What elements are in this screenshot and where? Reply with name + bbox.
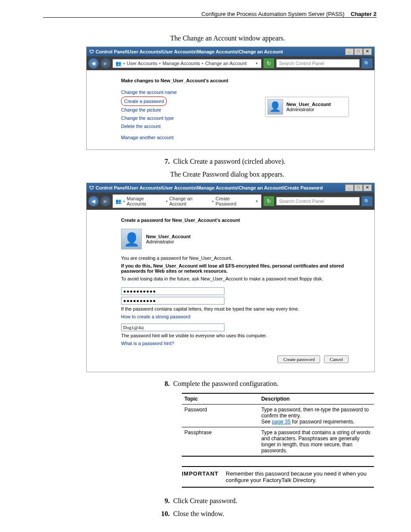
maximize-button[interactable]: □	[354, 48, 363, 55]
bc-item[interactable]: Change an Account	[169, 196, 210, 206]
close-button[interactable]: ✕	[363, 184, 372, 191]
user-name: New_User_Account	[286, 102, 331, 107]
delete-account-link[interactable]: Delete the account	[121, 122, 364, 131]
create-password-button[interactable]: Create password	[277, 355, 320, 363]
important-text: Remember this password because you need …	[226, 470, 374, 483]
cancel-button[interactable]: Cancel	[324, 355, 349, 363]
user-tile-2: 👤 New_User_Account Administrator	[121, 229, 349, 249]
password-hint-link[interactable]: What is a password hint?	[121, 341, 349, 346]
forward-button[interactable]: ►	[100, 196, 111, 206]
td-topic: Password	[182, 404, 258, 427]
breadcrumb-1[interactable]: 👥 ▾ User Accounts ▾ Manage Accounts ▾ Ch…	[112, 59, 262, 68]
strong-password-link[interactable]: How to create a strong password	[121, 314, 349, 319]
change-account-window: 🛡 Control Panel\User Accounts\User Accou…	[86, 47, 375, 150]
user-role: Administrator	[146, 239, 174, 244]
step-10: 10.Close the window.	[159, 510, 377, 518]
step-7: 7.Click Create a password (circled above…	[159, 158, 377, 165]
hint-note: The password hint will be visible to eve…	[121, 333, 349, 338]
intro-1: The Change an Account window appears.	[170, 34, 377, 42]
avoid-loss-text: To avoid losing data in the future, ask …	[121, 276, 349, 281]
refresh-button[interactable]: ↻	[263, 196, 274, 206]
step-9: 9.Click Create password.	[159, 497, 377, 505]
search-input[interactable]: Search Control Panel	[276, 59, 360, 68]
back-button[interactable]: ◄	[88, 58, 99, 68]
change-name-link[interactable]: Change the account name	[121, 88, 364, 96]
creating-password-text: You are creating a password for New_User…	[121, 255, 349, 261]
bc-item[interactable]: Change an Account	[205, 61, 246, 66]
caps-note: If the password contains capital letters…	[121, 306, 349, 311]
window-icon: 🛡	[89, 49, 94, 54]
search-button[interactable]: 🔍	[361, 196, 373, 206]
password-confirm-input[interactable]: ●●●●●●●●●●	[121, 297, 224, 305]
maximize-button[interactable]: □	[354, 184, 363, 191]
bc-item[interactable]: Manage Accounts	[162, 61, 200, 66]
minimize-button[interactable]: _	[345, 184, 354, 191]
refresh-button[interactable]: ↻	[263, 58, 274, 68]
window-title-1: Control Panel\User Accounts\User Account…	[96, 49, 283, 54]
step-8: 8.Complete the password configuration.	[159, 380, 377, 388]
hint-input[interactable]: Dog1@4u|	[121, 324, 224, 331]
bc-item[interactable]: Create Password	[215, 196, 252, 206]
user-picture-icon: 👤	[121, 229, 142, 249]
th-topic: Topic	[182, 393, 258, 404]
users-icon: 👥	[115, 199, 121, 204]
header-chapter: Chapter 2	[351, 11, 377, 17]
titlebar-2: 🛡 Control Panel\User Accounts\User Accou…	[87, 183, 374, 193]
breadcrumb-2[interactable]: 👥 ▾ Manage Accounts ▾ Change an Account …	[112, 194, 262, 208]
th-description: Description	[258, 393, 374, 404]
description-table: Topic Description Password Type a passwo…	[182, 393, 374, 457]
search-input[interactable]: Search Control Panel	[276, 197, 360, 205]
minimize-button[interactable]: _	[345, 48, 354, 55]
intro-2: The Create Password dialog box appears.	[170, 171, 377, 178]
td-topic: Passphrase	[182, 427, 258, 457]
page-header: Configure the Process Automation System …	[43, 11, 377, 17]
manage-another-link[interactable]: Manage another account	[121, 134, 364, 142]
chevron-down-icon[interactable]: ▼	[255, 62, 258, 65]
warning-text: If you do this, New_User_Account will lo…	[121, 263, 349, 274]
td-desc: Type a password that contains a string o…	[258, 427, 374, 457]
close-button[interactable]: ✕	[363, 48, 372, 55]
bc-item[interactable]: Manage Accounts	[127, 196, 164, 206]
important-label: IMPORTANT	[182, 470, 220, 483]
search-button[interactable]: 🔍	[361, 58, 373, 68]
user-name: New_User_Account	[146, 234, 190, 239]
td-desc: Type a password, then re-type the passwo…	[258, 404, 374, 427]
users-icon: 👥	[115, 61, 121, 66]
forward-button[interactable]: ►	[100, 58, 111, 68]
bc-item[interactable]: User Accounts	[127, 61, 157, 66]
page-35-link[interactable]: page 35	[272, 419, 290, 425]
make-changes-heading: Make changes to New_User_Account's accou…	[121, 78, 364, 83]
password-input[interactable]: ●●●●●●●●●●	[121, 287, 224, 295]
create-password-window: 🛡 Control Panel\User Accounts\User Accou…	[86, 183, 375, 372]
user-role: Administrator	[286, 107, 314, 112]
titlebar-1: 🛡 Control Panel\User Accounts\User Accou…	[87, 47, 374, 56]
window-icon: 🛡	[89, 185, 94, 190]
important-box: IMPORTANT Remember this password because…	[182, 466, 374, 488]
user-picture-icon: 👤	[268, 99, 283, 115]
chevron-down-icon[interactable]: ▼	[255, 199, 258, 203]
header-section: Configure the Process Automation System …	[201, 11, 344, 17]
user-tile: 👤 New_User_Account Administrator	[265, 97, 349, 117]
nav-bar-1: ◄ ► 👥 ▾ User Accounts ▾ Manage Accounts …	[87, 56, 374, 70]
back-button[interactable]: ◄	[88, 196, 99, 206]
nav-bar-2: ◄ ► 👥 ▾ Manage Accounts ▾ Change an Acco…	[87, 193, 374, 210]
window-title-2: Control Panel\User Accounts\User Account…	[96, 185, 323, 190]
create-password-heading: Create a password for New_User_Account's…	[121, 218, 349, 223]
create-password-link[interactable]: Create a password	[121, 96, 167, 106]
